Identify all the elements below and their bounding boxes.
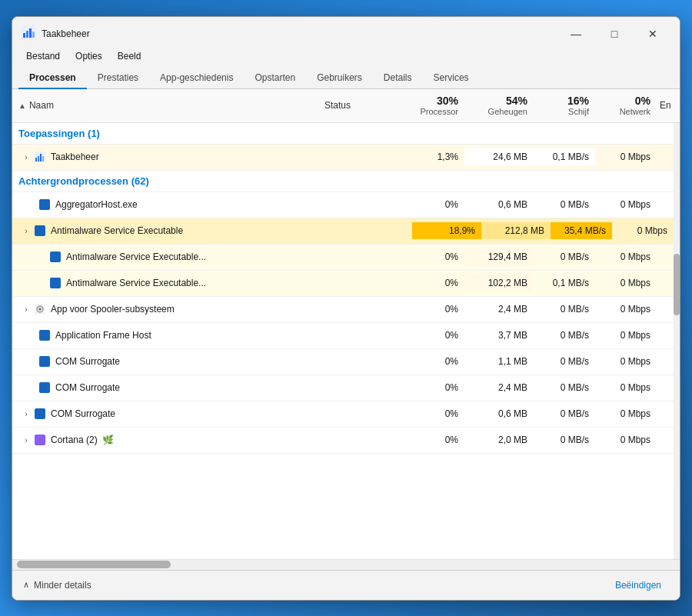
- process-list[interactable]: Toepassingen (1) › Taakbeh: [12, 123, 680, 559]
- taakbeheer-icon: [34, 151, 46, 163]
- table-row[interactable]: › Application Frame Host 0% 3,7 MB 0 MB/…: [12, 323, 680, 349]
- process-mem: 24,6 MB: [464, 148, 534, 165]
- process-disk: 0 MB/s: [534, 405, 595, 422]
- tab-gebruikers[interactable]: Gebruikers: [306, 68, 373, 89]
- process-disk: 0 MB/s: [534, 327, 595, 344]
- maximize-button[interactable]: □: [597, 23, 632, 45]
- process-cpu: 0%: [395, 405, 464, 422]
- process-net: 0 Mbps: [595, 248, 657, 265]
- process-mem: 0,6 MB: [464, 196, 534, 213]
- tab-app-geschiedenis[interactable]: App-geschiedenis: [149, 68, 244, 89]
- process-disk: 0,1 MB/s: [534, 148, 595, 165]
- titlebar-controls: — □ ✕: [558, 23, 670, 45]
- expand-icon[interactable]: ›: [18, 227, 34, 235]
- tab-bar: Processen Prestaties App-geschiedenis Op…: [12, 65, 680, 89]
- table-row[interactable]: › Antimalware Service Executable... 0% 1…: [12, 245, 680, 271]
- svg-rect-4: [32, 32, 35, 38]
- expand-icon[interactable]: ›: [18, 305, 34, 314]
- antimalware-icon: [34, 225, 46, 237]
- process-cpu: 18,9%: [412, 222, 481, 239]
- process-net: 0 Mbps: [595, 405, 657, 422]
- close-button[interactable]: ✕: [635, 23, 670, 45]
- table-header: ▲ Naam Status 30% Processor 54% Geheugen…: [12, 89, 680, 123]
- process-disk: 35,4 MB/s: [551, 222, 612, 239]
- tab-processen[interactable]: Processen: [18, 68, 87, 89]
- table-row[interactable]: › AggregatorHost.exe 0% 0,6 MB 0 MB/s 0 …: [12, 192, 680, 218]
- process-mem: 1,1 MB: [464, 353, 534, 370]
- antimalware2-icon: [49, 251, 62, 263]
- titlebar: Taakbeheer — □ ✕: [12, 17, 680, 48]
- horizontal-scrollbar-thumb[interactable]: [17, 561, 171, 568]
- process-net: 0 Mbps: [595, 431, 657, 448]
- expand-icon[interactable]: ›: [18, 436, 34, 445]
- tab-opstarten[interactable]: Opstarten: [244, 68, 306, 89]
- main-window: Taakbeheer — □ ✕ Bestand Opties Beeld Pr…: [12, 16, 680, 601]
- header-status[interactable]: Status: [318, 97, 395, 114]
- process-cpu: 0%: [395, 196, 464, 213]
- process-net: 0 Mbps: [595, 379, 657, 396]
- process-disk: 0,1 MB/s: [534, 275, 595, 291]
- header-net[interactable]: 0% Netwerk: [595, 92, 657, 119]
- table-row[interactable]: › Antimalware Service Executable... 0% 1…: [12, 271, 680, 297]
- process-net: 0 Mbps: [595, 196, 657, 213]
- header-disk[interactable]: 16% Schijf: [534, 92, 595, 119]
- table-row[interactable]: › App voor Spooler-subsysteem 0% 2,4 MB …: [12, 297, 680, 323]
- process-name: Antimalware Service Executable...: [66, 251, 206, 262]
- process-mem: 2,4 MB: [464, 379, 534, 396]
- svg-rect-1: [23, 33, 25, 38]
- svg-point-12: [38, 308, 42, 311]
- process-status: [318, 154, 395, 160]
- less-details-button[interactable]: ∧ Minder details: [23, 580, 91, 591]
- table-row[interactable]: › COM Surrogate 0% 0,6 MB 0 MB/s 0 Mbps: [12, 401, 680, 428]
- header-en[interactable]: En: [657, 97, 680, 114]
- process-cpu: 0%: [395, 248, 464, 265]
- header-name[interactable]: ▲ Naam: [12, 97, 318, 114]
- svg-rect-7: [38, 156, 39, 161]
- spooler-icon: [34, 303, 46, 315]
- horizontal-scrollbar[interactable]: [12, 559, 680, 570]
- process-mem: 0,6 MB: [464, 405, 534, 422]
- process-net: 0 Mbps: [595, 148, 657, 165]
- process-disk: 0 MB/s: [534, 196, 595, 213]
- minimize-button[interactable]: —: [558, 23, 594, 45]
- end-task-button[interactable]: Beëindigen: [607, 577, 669, 594]
- less-details-label: Minder details: [34, 580, 91, 591]
- process-name: Antimalware Service Executable...: [66, 278, 206, 288]
- section-apps: Toepassingen (1): [12, 123, 680, 145]
- scrollbar-track[interactable]: [674, 123, 680, 559]
- process-cpu: 0%: [395, 275, 464, 291]
- menu-bestand[interactable]: Bestand: [18, 48, 68, 65]
- header-mem[interactable]: 54% Geheugen: [464, 92, 534, 119]
- tab-details[interactable]: Details: [373, 68, 423, 89]
- process-cpu: 0%: [395, 301, 464, 318]
- table-row[interactable]: › Taakbeheer 1,3% 24,6 MB: [12, 145, 680, 171]
- window-title: Taakbeheer: [42, 28, 90, 39]
- process-name: Taakbeheer: [51, 152, 99, 162]
- process-name: Antimalware Service Executable: [51, 225, 183, 236]
- process-name: App voor Spooler-subsysteem: [51, 304, 175, 315]
- process-cpu: 0%: [395, 379, 464, 396]
- tab-prestaties[interactable]: Prestaties: [87, 68, 149, 89]
- content-area: ▲ Naam Status 30% Processor 54% Geheugen…: [12, 89, 680, 570]
- menu-beeld[interactable]: Beeld: [110, 48, 149, 65]
- expand-icon[interactable]: ›: [18, 410, 34, 418]
- com2-icon: [38, 381, 51, 394]
- table-row[interactable]: › Antimalware Service Executable 18,9% 2…: [12, 218, 680, 245]
- svg-rect-2: [26, 31, 28, 38]
- cortana-icon: [34, 434, 46, 446]
- table-row[interactable]: › COM Surrogate 0% 2,4 MB 0 MB/s 0 Mbps: [12, 375, 680, 401]
- header-cpu[interactable]: 30% Processor: [395, 92, 464, 119]
- table-row[interactable]: › Cortana (2) 🌿 0% 2,0 MB 0 MB/s 0 Mbps: [12, 428, 680, 454]
- leaf-icon: 🌿: [102, 435, 114, 445]
- process-disk: 0 MB/s: [534, 353, 595, 370]
- expand-icon[interactable]: ›: [18, 153, 34, 161]
- svg-rect-6: [35, 158, 37, 161]
- process-cpu: 1,3%: [395, 148, 464, 165]
- process-name: COM Surrogate: [55, 356, 120, 367]
- table-row[interactable]: › COM Surrogate 0% 1,1 MB 0 MB/s 0 Mbps: [12, 349, 680, 375]
- process-mem: 102,2 MB: [464, 275, 534, 291]
- process-mem: 129,4 MB: [464, 248, 534, 265]
- scrollbar-thumb[interactable]: [674, 254, 680, 315]
- tab-services[interactable]: Services: [423, 68, 480, 89]
- menu-opties[interactable]: Opties: [68, 48, 110, 65]
